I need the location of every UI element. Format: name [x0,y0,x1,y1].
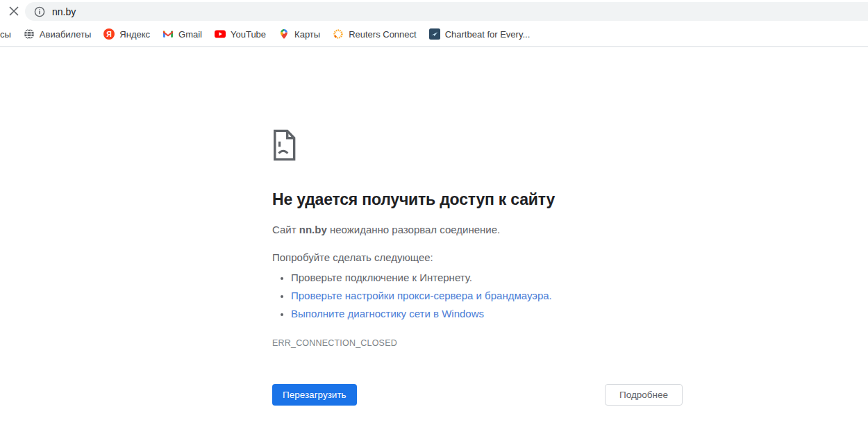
bookmark-label: сы [0,29,11,40]
button-row: Перезагрузить Подробнее [272,384,683,406]
message-site: nn.by [299,224,327,235]
suggestion-check-connection: Проверьте подключение к Интернету. [291,269,683,287]
message-suffix: неожиданно разорвал соединение. [327,224,500,235]
details-button[interactable]: Подробнее [605,384,683,406]
bookmark-item-cut[interactable]: сы [0,25,17,43]
bookmark-label: Яндекс [119,29,150,40]
bookmark-label: YouTube [231,29,266,40]
bookmark-label: Reuters Connect [349,29,417,40]
bookmark-label: Авиабилеты [40,29,91,40]
error-message: Сайт nn.by неожиданно разорвал соединени… [272,223,683,237]
suggestions-header: Попробуйте сделать следующее: [272,251,683,265]
bookmark-label: Chartbeat for Every... [445,29,531,40]
close-icon[interactable] [6,3,22,19]
bookmark-item-gmail[interactable]: Gmail [156,25,208,43]
globe-icon [24,28,35,40]
error-code: ERR_CONNECTION_CLOSED [272,338,683,348]
bookmark-item-youtube[interactable]: YouTube [208,25,272,43]
bookmarks-bar: сы Авиабилеты Я Яндекс [0,22,868,47]
site-info-icon[interactable] [34,6,45,17]
gmail-icon [162,28,174,40]
suggestion-proxy-firewall-link[interactable]: Проверьте настройки прокси-сервера и бра… [291,287,683,305]
error-page: Не удается получить доступ к сайту Сайт … [272,129,683,406]
chartbeat-icon [429,28,440,40]
bookmark-item-maps[interactable]: Карты [272,25,326,43]
google-maps-pin-icon [278,28,290,40]
url-bar[interactable]: nn.by [25,2,868,21]
browser-top-bar: nn.by [0,0,868,22]
bookmark-item-chartbeat[interactable]: Chartbeat for Every... [423,25,537,43]
bookmark-label: Карты [294,29,320,40]
error-title: Не удается получить доступ к сайту [272,189,683,210]
bookmark-item-yandex[interactable]: Я Яндекс [97,25,156,43]
reload-button[interactable]: Перезагрузить [272,384,357,406]
suggestions-list: Проверьте подключение к Интернету. Прове… [272,269,683,323]
suggestion-network-diagnostics-link[interactable]: Выполните диагностику сети в Windows [291,305,683,323]
youtube-icon [215,28,226,40]
reuters-icon [333,28,344,40]
bookmark-item-reuters[interactable]: Reuters Connect [326,25,423,43]
yandex-icon: Я [103,28,115,40]
message-prefix: Сайт [272,224,299,235]
bookmark-label: Gmail [178,29,202,40]
svg-text:Я: Я [107,30,112,38]
bookmark-item-aviabilety[interactable]: Авиабилеты [17,25,97,43]
url-text: nn.by [52,6,76,17]
sad-file-icon [272,129,296,161]
